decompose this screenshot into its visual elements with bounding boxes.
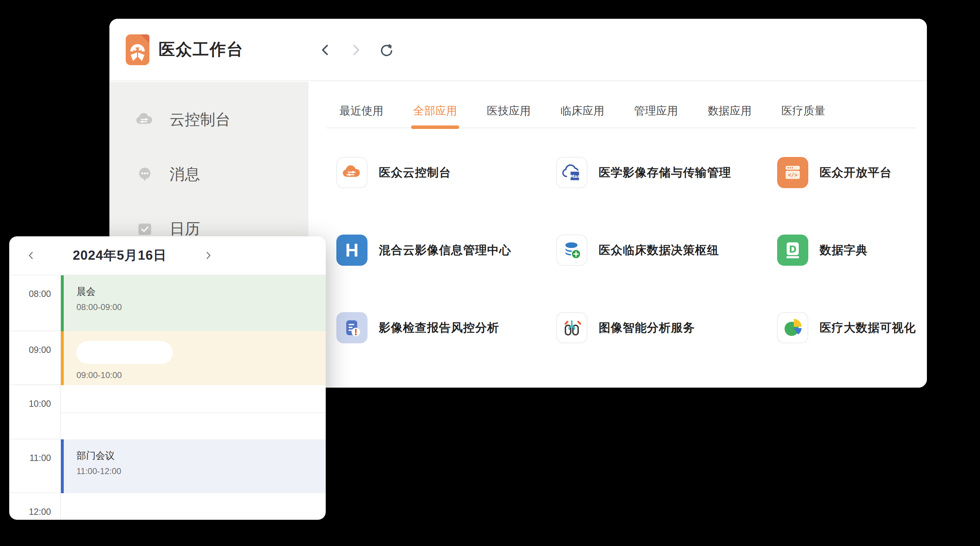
calendar-header: 2024年5月16日 [9, 236, 326, 275]
letter-h-icon: H [345, 239, 359, 261]
report-alert-icon [341, 317, 363, 338]
calendar-row-1200: 12:00 [9, 493, 326, 519]
app-label: 医疗大数据可视化 [819, 320, 916, 336]
sidebar-item-label: 消息 [170, 164, 200, 185]
app-open-platform[interactable]: </> 医众开放平台 [777, 157, 927, 188]
calendar-panel: 2024年5月16日 08:00 晨会 08:00-09:00 09:00 09… [9, 236, 326, 520]
cloud-settings-icon [341, 162, 363, 183]
calendar-date-title: 2024年5月16日 [39, 247, 200, 264]
time-label: 09:00 [9, 331, 61, 385]
app-data-dictionary[interactable]: D 数据字典 [777, 235, 927, 266]
tab-quality[interactable]: 医疗质量 [781, 104, 825, 118]
time-label: 08:00 [9, 275, 61, 331]
next-day-button[interactable] [200, 247, 216, 263]
time-label: 10:00 [9, 385, 61, 439]
svg-text:D: D [789, 244, 797, 255]
event-time-range: 09:00-10:00 [76, 370, 326, 380]
cloud-settings-icon [135, 110, 155, 130]
tab-all-apps[interactable]: 全部应用 [413, 104, 457, 118]
database-add-icon [561, 239, 582, 261]
tab-clinical[interactable]: 临床应用 [560, 104, 605, 118]
sidebar-item-messages[interactable]: 消息 [110, 164, 309, 185]
tab-recent[interactable]: 最近使用 [339, 104, 383, 118]
time-label: 11:00 [9, 439, 61, 493]
event-time-range: 08:00-09:00 [76, 302, 326, 312]
calendar-body: 08:00 晨会 08:00-09:00 09:00 09:00-10:00 1… [9, 275, 326, 519]
app-label: 图像智能分析服务 [599, 320, 695, 336]
tab-medtech[interactable]: 医技应用 [487, 104, 531, 118]
app-clinical-data-hub[interactable]: 医众临床数据决策枢纽 [556, 235, 777, 266]
sidebar-item-label: 云控制台 [170, 110, 231, 130]
chevron-right-icon [203, 250, 213, 261]
event-morning-meeting[interactable]: 晨会 08:00-09:00 [61, 275, 326, 331]
chevron-left-icon [26, 250, 37, 261]
svg-text:</>: </> [788, 172, 797, 178]
app-grid: 医众云控制台 Mas 医学影像存储与传输管理 [309, 157, 927, 343]
pie-chart-icon [782, 317, 803, 338]
app-tabs: 最近使用 全部应用 医技应用 临床应用 管理应用 数据应用 医疗质量 [326, 82, 916, 128]
chevron-left-icon [318, 43, 332, 57]
app-image-ai-analysis[interactable]: 图像智能分析服务 [556, 312, 777, 343]
app-cloud-console[interactable]: 医众云控制台 [336, 157, 556, 188]
calendar-check-icon [135, 219, 155, 239]
refresh-icon [379, 43, 394, 57]
sidebar-item-cloud-console[interactable]: 云控制台 [110, 110, 309, 130]
event-title: 部门会议 [76, 449, 326, 462]
back-button[interactable] [318, 42, 333, 58]
content-area: 最近使用 全部应用 医技应用 临床应用 管理应用 数据应用 医疗质量 [309, 82, 927, 388]
app-label: 混合云影像信息管理中心 [379, 243, 511, 258]
calendar-row-0900: 09:00 09:00-10:00 [9, 331, 326, 385]
redacted-event-title [76, 341, 173, 364]
event-redacted[interactable]: 09:00-10:00 [61, 331, 326, 385]
app-hybrid-cloud-imaging[interactable]: H 混合云影像信息管理中心 [336, 235, 556, 266]
app-report-risk-analysis[interactable]: 影像检查报告风控分析 [336, 312, 556, 343]
app-label: 医众临床数据决策枢纽 [599, 243, 719, 258]
app-label: 医学影像存储与传输管理 [599, 165, 731, 181]
cloud-storage-icon: Mas [561, 162, 582, 183]
refresh-button[interactable] [379, 42, 394, 58]
chevron-right-icon [349, 43, 363, 57]
event-title: 晨会 [76, 285, 326, 298]
prev-day-button[interactable] [23, 247, 39, 263]
tab-management[interactable]: 管理应用 [634, 104, 678, 118]
app-label: 医众云控制台 [379, 165, 451, 181]
lungs-icon [561, 317, 582, 338]
app-imaging-storage[interactable]: Mas 医学影像存储与传输管理 [556, 157, 777, 188]
event-department-meeting[interactable]: 部门会议 11:00-12:00 [61, 439, 326, 493]
calendar-row-1000: 10:00 [9, 385, 326, 439]
app-big-data-visualization[interactable]: 医疗大数据可视化 [777, 312, 927, 343]
event-time-range: 11:00-12:00 [76, 466, 326, 476]
calendar-row-0800: 08:00 晨会 08:00-09:00 [9, 275, 326, 331]
window-header: 医众工作台 [110, 19, 927, 81]
window-nav [318, 19, 394, 81]
code-window-icon: </> [782, 162, 803, 183]
time-label: 12:00 [9, 493, 61, 519]
app-label: 数据字典 [819, 243, 868, 258]
app-logo-icon [126, 34, 150, 65]
dictionary-book-icon: D [782, 239, 803, 261]
svg-text:Mas: Mas [570, 174, 579, 179]
calendar-row-1100: 11:00 部门会议 11:00-12:00 [9, 439, 326, 493]
app-label: 影像检查报告风控分析 [379, 320, 499, 336]
app-title: 医众工作台 [159, 38, 243, 61]
message-bubble-icon [135, 164, 155, 184]
app-label: 医众开放平台 [819, 165, 892, 181]
tab-data[interactable]: 数据应用 [708, 104, 752, 118]
forward-button[interactable] [348, 42, 364, 58]
